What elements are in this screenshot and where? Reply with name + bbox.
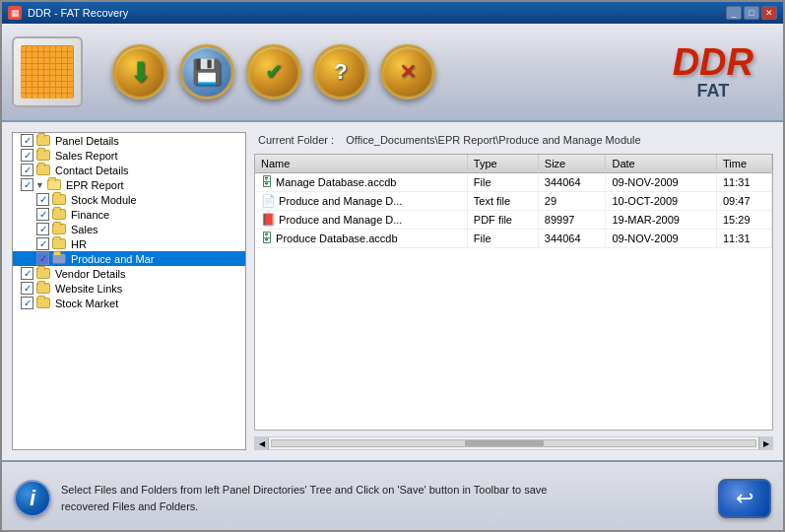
checkbox-stock-module[interactable] — [36, 193, 49, 206]
checkbox-stock-market[interactable] — [21, 297, 33, 309]
checkbox-panel-details[interactable] — [21, 134, 33, 147]
file-name-cell: 🗄 Produce Database.accdb — [255, 230, 467, 248]
header: ⬇ 💾 ✔ ? ✕ DDR FAT — [2, 24, 783, 122]
checkbox-sales[interactable] — [36, 223, 49, 235]
col-time: Time — [717, 155, 772, 173]
file-time-cell: 15:29 — [717, 211, 772, 230]
current-folder-label: Current Folder : — [258, 134, 334, 146]
open-button[interactable]: ⬇ — [112, 44, 167, 100]
title-bar: ▦ DDR - FAT Recovery _ □ ✕ — [2, 2, 783, 24]
table-row[interactable]: 📄 Produce and Manage D... Text file 29 1… — [255, 192, 772, 211]
col-size: Size — [538, 155, 606, 173]
file-date-cell: 19-MAR-2009 — [606, 211, 717, 230]
check-button[interactable]: ✔ — [246, 44, 301, 100]
file-name-cell: 📕 Produce and Manage D... — [255, 211, 467, 230]
tree-item-sales[interactable]: Sales — [13, 222, 245, 236]
save-button[interactable]: 💾 — [179, 44, 234, 100]
table-row[interactable]: 📕 Produce and Manage D... PDF file 89997… — [255, 211, 772, 230]
tree-item-stock-module[interactable]: Stock Module — [13, 192, 245, 207]
tree-label-hr: HR — [71, 238, 87, 250]
info-icon: i — [14, 480, 51, 517]
tree-panel[interactable]: Panel Details Sales Report Contact Detai… — [12, 132, 246, 450]
tree-label-sales: Sales — [71, 224, 98, 235]
checkbox-hr[interactable] — [36, 237, 49, 250]
logo-box — [12, 36, 83, 107]
file-date-cell: 09-NOV-2009 — [606, 230, 717, 248]
tree-label-finance: Finance — [71, 209, 109, 221]
file-name-cell: 📄 Produce and Manage D... — [255, 192, 467, 211]
checkbox-contact-details[interactable] — [21, 164, 33, 176]
tree-item-produce-manage[interactable]: Produce and Mar — [13, 251, 245, 266]
minimize-button[interactable]: _ — [726, 6, 742, 20]
checkbox-epr-report[interactable] — [21, 178, 33, 191]
file-type-cell: Text file — [467, 192, 538, 211]
scroll-right-button[interactable]: ▶ — [758, 437, 772, 449]
tree-item-hr[interactable]: HR — [13, 236, 245, 251]
col-name: Name — [255, 155, 467, 173]
tree-label-stock-module: Stock Module — [71, 194, 137, 206]
ddr-text: DDR — [673, 43, 753, 81]
tree-item-stock-market[interactable]: Stock Market — [13, 296, 245, 310]
app-title: DDR - FAT Recovery — [28, 7, 128, 19]
tree-label-website-links: Website Links — [55, 283, 122, 295]
checkbox-vendor-details[interactable] — [21, 267, 33, 280]
checkbox-sales-report[interactable] — [21, 149, 33, 162]
file-table-container[interactable]: Name Type Size Date Time 🗄 Manage Databa… — [254, 154, 773, 431]
checkbox-produce-manage[interactable] — [36, 252, 49, 265]
help-button[interactable]: ? — [313, 44, 368, 100]
tree-item-vendor-details[interactable]: Vendor Details — [13, 266, 245, 281]
tree-item-website-links[interactable]: Website Links — [13, 281, 245, 296]
current-folder-value: Office_Documents\EPR Report\Produce and … — [346, 134, 640, 146]
tree-label-sales-report: Sales Report — [55, 150, 118, 162]
file-type-cell: File — [467, 173, 538, 192]
file-size-cell: 29 — [538, 192, 606, 211]
tree-label-epr-report: EPR Report — [66, 179, 124, 191]
tree-item-finance[interactable]: Finance — [13, 207, 245, 222]
checkbox-finance[interactable] — [36, 208, 49, 221]
tree-item-contact-details[interactable]: Contact Details — [13, 163, 245, 177]
tree-label-panel-details: Panel Details — [55, 135, 119, 147]
table-row[interactable]: 🗄 Manage Database.accdb File 344064 09-N… — [255, 173, 772, 192]
app-icon: ▦ — [8, 6, 22, 20]
status-message: Select Files and Folders from left Panel… — [61, 482, 708, 514]
tree-item-epr-report[interactable]: ▼ EPR Report — [13, 177, 245, 192]
main-content: Panel Details Sales Report Contact Detai… — [2, 122, 783, 460]
scroll-left-button[interactable]: ◀ — [255, 437, 269, 449]
file-type-cell: PDF file — [467, 211, 538, 230]
tree-label-produce-manage: Produce and Mar — [71, 253, 154, 265]
horizontal-scrollbar[interactable]: ◀ ▶ — [254, 436, 773, 450]
file-size-cell: 89997 — [538, 211, 606, 230]
file-time-cell: 09:47 — [717, 192, 772, 211]
file-date-cell: 09-NOV-2009 — [606, 173, 717, 192]
tree-label-stock-market: Stock Market — [55, 298, 118, 309]
status-line-1: Select Files and Folders from left Panel… — [61, 482, 708, 499]
close-button[interactable]: ✕ — [761, 6, 777, 20]
tree-label-vendor-details: Vendor Details — [55, 268, 126, 280]
scroll-track — [271, 439, 756, 447]
back-arrow-icon: ↩ — [736, 486, 753, 511]
logo-pattern — [21, 45, 74, 99]
table-row[interactable]: 🗄 Produce Database.accdb File 344064 09-… — [255, 230, 772, 248]
checkbox-website-links[interactable] — [21, 282, 33, 295]
tree-item-panel-details[interactable]: Panel Details — [13, 133, 245, 148]
file-name-cell: 🗄 Manage Database.accdb — [255, 173, 467, 192]
file-time-cell: 11:31 — [717, 230, 772, 248]
fat-text: FAT — [673, 81, 753, 101]
col-type: Type — [467, 155, 538, 173]
current-folder-path: Current Folder : Office_Documents\EPR Re… — [254, 132, 773, 148]
file-time-cell: 11:31 — [717, 173, 772, 192]
tree-item-sales-report[interactable]: Sales Report — [13, 148, 245, 163]
back-button[interactable]: ↩ — [718, 479, 771, 518]
close-tool-button[interactable]: ✕ — [380, 44, 435, 100]
file-size-cell: 344064 — [538, 173, 606, 192]
scroll-thumb[interactable] — [465, 440, 544, 446]
table-header-row: Name Type Size Date Time — [255, 155, 772, 173]
toolbar: ⬇ 💾 ✔ ? ✕ — [102, 44, 673, 100]
file-area: Current Folder : Office_Documents\EPR Re… — [254, 132, 773, 450]
tree-label-contact-details: Contact Details — [55, 165, 129, 176]
maximize-button[interactable]: □ — [744, 6, 759, 20]
status-line-2: recovered Files and Folders. — [61, 499, 708, 515]
file-size-cell: 344064 — [538, 230, 606, 248]
ddr-logo: DDR FAT — [673, 43, 773, 101]
file-table: Name Type Size Date Time 🗄 Manage Databa… — [255, 155, 772, 248]
